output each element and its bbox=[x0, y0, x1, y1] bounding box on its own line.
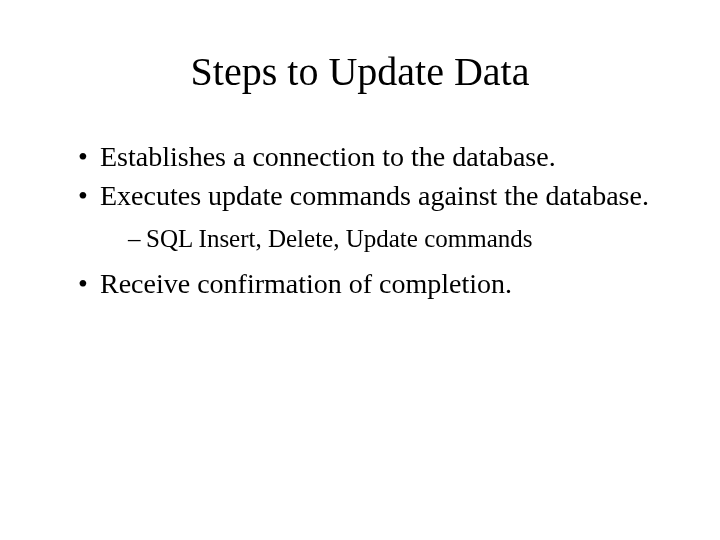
bullet-item: Executes update commands against the dat… bbox=[78, 178, 660, 256]
sub-item: SQL Insert, Delete, Update commands bbox=[128, 223, 660, 256]
bullet-text: Executes update commands against the dat… bbox=[100, 180, 649, 211]
bullet-list: Establishes a connection to the database… bbox=[60, 139, 660, 301]
bullet-item: Receive confirmation of completion. bbox=[78, 266, 660, 301]
slide-title: Steps to Update Data bbox=[60, 48, 660, 95]
sub-list: SQL Insert, Delete, Update commands bbox=[100, 223, 660, 256]
bullet-item: Establishes a connection to the database… bbox=[78, 139, 660, 174]
